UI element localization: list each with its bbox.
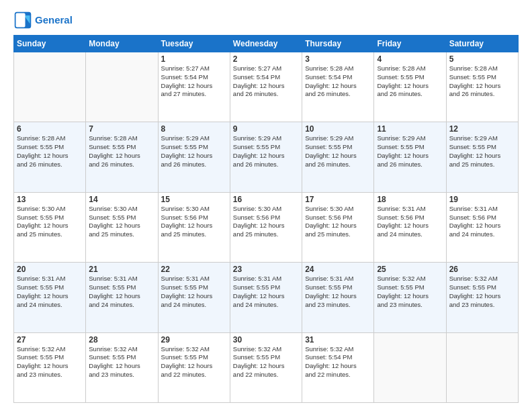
day-info: Sunrise: 5:27 AM Sunset: 5:54 PM Dayligh… (233, 64, 299, 99)
day-number: 15 (161, 195, 227, 204)
calendar-cell: 28Sunrise: 5:32 AM Sunset: 5:55 PM Dayli… (86, 332, 158, 402)
week-row-2: 6Sunrise: 5:28 AM Sunset: 5:55 PM Daylig… (14, 122, 519, 192)
day-info: Sunrise: 5:30 AM Sunset: 5:56 PM Dayligh… (233, 205, 299, 239)
calendar-cell: 30Sunrise: 5:32 AM Sunset: 5:55 PM Dayli… (230, 332, 302, 402)
week-row-1: 1Sunrise: 5:27 AM Sunset: 5:54 PM Daylig… (14, 52, 519, 122)
logo: General (13, 11, 73, 30)
day-info: Sunrise: 5:31 AM Sunset: 5:56 PM Dayligh… (377, 205, 443, 239)
header-day-friday: Friday (374, 36, 446, 52)
calendar-cell: 17Sunrise: 5:30 AM Sunset: 5:56 PM Dayli… (302, 192, 374, 262)
day-number: 31 (305, 335, 371, 345)
logo-icon (13, 11, 32, 30)
calendar-cell (14, 52, 86, 122)
calendar-cell: 7Sunrise: 5:28 AM Sunset: 5:55 PM Daylig… (86, 122, 158, 192)
calendar-cell: 26Sunrise: 5:32 AM Sunset: 5:55 PM Dayli… (446, 263, 518, 332)
day-info: Sunrise: 5:28 AM Sunset: 5:55 PM Dayligh… (89, 134, 154, 169)
calendar-cell: 4Sunrise: 5:28 AM Sunset: 5:55 PM Daylig… (374, 52, 446, 122)
calendar-cell: 16Sunrise: 5:30 AM Sunset: 5:56 PM Dayli… (230, 192, 302, 262)
logo-line1: General (35, 14, 73, 26)
day-info: Sunrise: 5:28 AM Sunset: 5:55 PM Dayligh… (449, 64, 515, 99)
calendar-cell: 18Sunrise: 5:31 AM Sunset: 5:56 PM Dayli… (374, 192, 446, 262)
day-number: 22 (161, 265, 227, 274)
day-info: Sunrise: 5:30 AM Sunset: 5:56 PM Dayligh… (305, 205, 371, 239)
header-day-tuesday: Tuesday (158, 36, 230, 52)
day-number: 13 (17, 195, 83, 204)
calendar-cell: 6Sunrise: 5:28 AM Sunset: 5:55 PM Daylig… (14, 122, 86, 192)
day-number: 11 (377, 124, 443, 134)
day-number: 10 (305, 124, 371, 134)
day-info: Sunrise: 5:32 AM Sunset: 5:55 PM Dayligh… (449, 275, 515, 309)
day-number: 19 (449, 195, 515, 204)
day-number: 28 (89, 335, 154, 345)
day-info: Sunrise: 5:32 AM Sunset: 5:55 PM Dayligh… (89, 345, 154, 379)
day-info: Sunrise: 5:29 AM Sunset: 5:55 PM Dayligh… (233, 134, 299, 169)
calendar-cell: 23Sunrise: 5:31 AM Sunset: 5:55 PM Dayli… (230, 263, 302, 332)
calendar-cell: 24Sunrise: 5:31 AM Sunset: 5:55 PM Dayli… (302, 263, 374, 332)
day-info: Sunrise: 5:29 AM Sunset: 5:55 PM Dayligh… (305, 134, 371, 169)
day-info: Sunrise: 5:32 AM Sunset: 5:55 PM Dayligh… (377, 275, 443, 309)
day-info: Sunrise: 5:31 AM Sunset: 5:55 PM Dayligh… (233, 275, 299, 309)
day-info: Sunrise: 5:28 AM Sunset: 5:55 PM Dayligh… (17, 134, 83, 169)
day-info: Sunrise: 5:27 AM Sunset: 5:54 PM Dayligh… (161, 64, 227, 99)
calendar-cell: 13Sunrise: 5:30 AM Sunset: 5:55 PM Dayli… (14, 192, 86, 262)
calendar-cell: 10Sunrise: 5:29 AM Sunset: 5:55 PM Dayli… (302, 122, 374, 192)
day-number: 7 (89, 124, 154, 134)
day-number: 1 (161, 54, 227, 64)
day-number: 12 (449, 124, 515, 134)
header-day-saturday: Saturday (446, 36, 518, 52)
calendar-cell: 5Sunrise: 5:28 AM Sunset: 5:55 PM Daylig… (446, 52, 518, 122)
calendar-cell: 11Sunrise: 5:29 AM Sunset: 5:55 PM Dayli… (374, 122, 446, 192)
day-info: Sunrise: 5:28 AM Sunset: 5:54 PM Dayligh… (305, 64, 371, 99)
logo-text: General (35, 14, 73, 26)
calendar-cell: 14Sunrise: 5:30 AM Sunset: 5:55 PM Dayli… (86, 192, 158, 262)
calendar-cell: 2Sunrise: 5:27 AM Sunset: 5:54 PM Daylig… (230, 52, 302, 122)
calendar-cell: 8Sunrise: 5:29 AM Sunset: 5:55 PM Daylig… (158, 122, 230, 192)
calendar-cell: 1Sunrise: 5:27 AM Sunset: 5:54 PM Daylig… (158, 52, 230, 122)
day-info: Sunrise: 5:30 AM Sunset: 5:56 PM Dayligh… (161, 205, 227, 239)
day-info: Sunrise: 5:31 AM Sunset: 5:55 PM Dayligh… (17, 275, 83, 309)
day-number: 9 (233, 124, 299, 134)
calendar-cell: 3Sunrise: 5:28 AM Sunset: 5:54 PM Daylig… (302, 52, 374, 122)
calendar-cell: 12Sunrise: 5:29 AM Sunset: 5:55 PM Dayli… (446, 122, 518, 192)
day-number: 17 (305, 195, 371, 204)
day-number: 20 (17, 265, 83, 274)
day-info: Sunrise: 5:30 AM Sunset: 5:55 PM Dayligh… (17, 205, 83, 239)
day-number: 27 (17, 335, 83, 345)
day-number: 21 (89, 265, 154, 274)
calendar-cell: 9Sunrise: 5:29 AM Sunset: 5:55 PM Daylig… (230, 122, 302, 192)
calendar-cell: 19Sunrise: 5:31 AM Sunset: 5:56 PM Dayli… (446, 192, 518, 262)
day-info: Sunrise: 5:32 AM Sunset: 5:55 PM Dayligh… (161, 345, 227, 379)
day-number: 23 (233, 265, 299, 274)
day-info: Sunrise: 5:31 AM Sunset: 5:55 PM Dayligh… (161, 275, 227, 309)
day-number: 2 (233, 54, 299, 64)
day-number: 25 (377, 265, 443, 274)
day-info: Sunrise: 5:29 AM Sunset: 5:55 PM Dayligh… (377, 134, 443, 169)
day-info: Sunrise: 5:30 AM Sunset: 5:55 PM Dayligh… (89, 205, 154, 239)
day-info: Sunrise: 5:31 AM Sunset: 5:56 PM Dayligh… (449, 205, 515, 239)
week-row-4: 20Sunrise: 5:31 AM Sunset: 5:55 PM Dayli… (14, 263, 519, 332)
calendar-cell: 22Sunrise: 5:31 AM Sunset: 5:55 PM Dayli… (158, 263, 230, 332)
day-number: 8 (161, 124, 227, 134)
calendar-cell: 20Sunrise: 5:31 AM Sunset: 5:55 PM Dayli… (14, 263, 86, 332)
header-day-thursday: Thursday (302, 36, 374, 52)
calendar-cell (374, 332, 446, 402)
day-info: Sunrise: 5:29 AM Sunset: 5:55 PM Dayligh… (449, 134, 515, 169)
day-number: 16 (233, 195, 299, 204)
day-number: 5 (449, 54, 515, 64)
day-number: 30 (233, 335, 299, 345)
calendar-cell: 29Sunrise: 5:32 AM Sunset: 5:55 PM Dayli… (158, 332, 230, 402)
day-number: 3 (305, 54, 371, 64)
calendar-cell: 31Sunrise: 5:32 AM Sunset: 5:54 PM Dayli… (302, 332, 374, 402)
day-info: Sunrise: 5:29 AM Sunset: 5:55 PM Dayligh… (161, 134, 227, 169)
calendar-cell: 27Sunrise: 5:32 AM Sunset: 5:55 PM Dayli… (14, 332, 86, 402)
week-row-3: 13Sunrise: 5:30 AM Sunset: 5:55 PM Dayli… (14, 192, 519, 262)
day-info: Sunrise: 5:31 AM Sunset: 5:55 PM Dayligh… (89, 275, 154, 309)
page: General SundayMondayTuesdayWednesdayThur… (0, 0, 532, 411)
day-number: 26 (449, 265, 515, 274)
day-number: 29 (161, 335, 227, 345)
calendar-cell (86, 52, 158, 122)
day-info: Sunrise: 5:32 AM Sunset: 5:55 PM Dayligh… (233, 345, 299, 379)
svg-rect-2 (16, 13, 26, 28)
day-number: 4 (377, 54, 443, 64)
calendar-cell: 25Sunrise: 5:32 AM Sunset: 5:55 PM Dayli… (374, 263, 446, 332)
